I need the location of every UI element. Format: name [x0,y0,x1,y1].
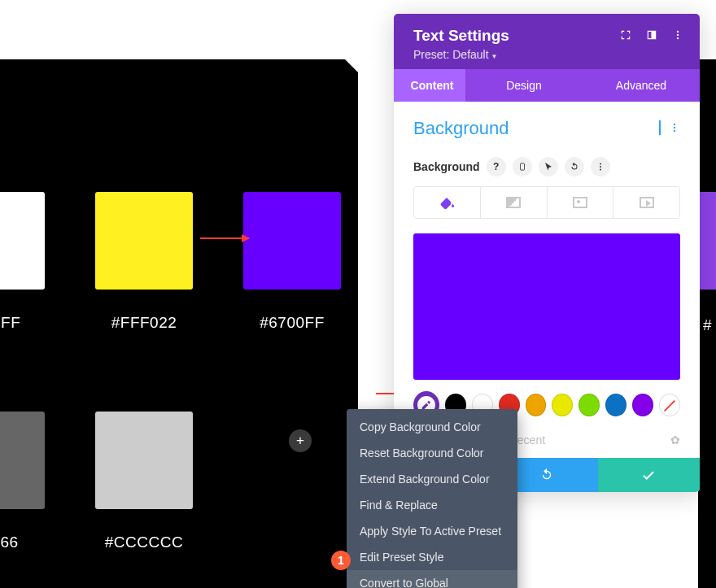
ctx-apply-preset[interactable]: Apply Style To Active Preset [347,518,517,544]
svg-point-0 [677,30,679,32]
hover-icon[interactable] [539,157,558,176]
palette-gear-icon[interactable]: ✿ [670,433,680,446]
panel-tabs: Content Design Advanced [394,69,700,102]
tab-content[interactable]: Content [394,69,465,102]
canvas-right-sliver: # [698,59,716,588]
bg-mode-video[interactable] [613,187,679,218]
swatch-lightgrey[interactable]: #CCCCCC [71,412,217,551]
panel-pointer-caret [345,59,378,76]
bg-mode-gradient[interactable] [481,187,548,218]
section-kebab-icon[interactable] [669,122,680,136]
help-icon[interactable]: ? [487,157,506,176]
panel-title: Text Settings [413,27,509,45]
ctx-copy-bg[interactable]: Copy Background Color [347,414,517,440]
editor-canvas: FFFFF #FFF022 #6700FF 56666 #CCCCCC + [0,59,358,588]
svg-point-1 [677,33,679,35]
background-type-switcher [413,186,680,219]
annotation-arrow-1 [200,237,249,239]
snap-icon[interactable] [646,29,657,43]
swatch-yellow[interactable]: #FFF022 [71,192,217,332]
ctx-convert-global[interactable]: Convert to Global [347,570,517,588]
palette-orange[interactable] [526,394,547,416]
svg-point-10 [600,169,601,171]
bg-mode-image[interactable] [548,187,614,218]
expand-icon[interactable] [620,29,631,43]
ctx-extend-bg[interactable]: Extend Background Color [347,466,517,492]
palette-blue[interactable] [605,394,626,416]
ctx-find-replace[interactable]: Find & Replace [347,492,517,518]
palette-transparent[interactable] [659,394,680,416]
svg-point-4 [674,126,675,128]
svg-point-5 [674,129,675,131]
ctx-edit-preset[interactable]: Edit Preset Style [347,544,517,570]
reset-icon[interactable] [565,157,584,176]
preset-dropdown[interactable]: Preset: Default▼ [413,48,683,61]
step-badge-1: 1 [331,551,351,570]
swatch-white[interactable]: FFFFF [0,192,69,332]
add-module-button[interactable]: + [289,429,312,452]
svg-point-7 [522,169,522,170]
svg-point-3 [674,123,675,124]
section-title-background[interactable]: Background [413,118,509,139]
field-kebab-icon[interactable] [591,157,610,176]
svg-point-9 [600,166,601,168]
palette-yellow[interactable] [552,394,573,416]
background-context-menu: Copy Background Color Reset Background C… [347,409,517,588]
svg-point-2 [677,37,679,38]
palette-purple[interactable] [632,394,653,416]
kebab-icon[interactable] [672,29,683,43]
palette-green[interactable] [578,394,600,416]
swatch-purple[interactable]: #6700FF [219,192,365,332]
save-button[interactable] [598,458,700,492]
ctx-reset-bg[interactable]: Reset Background Color [347,440,517,466]
tab-design[interactable]: Design [465,69,583,102]
swatch-grey[interactable]: 56666 [0,412,69,551]
svg-point-8 [600,163,601,165]
collapse-icon[interactable] [659,122,661,135]
background-field-label: Background [413,160,480,173]
bg-mode-color[interactable] [414,187,481,218]
background-preview[interactable] [413,233,680,380]
mobile-icon[interactable] [513,157,532,176]
tab-advanced[interactable]: Advanced [583,69,700,102]
